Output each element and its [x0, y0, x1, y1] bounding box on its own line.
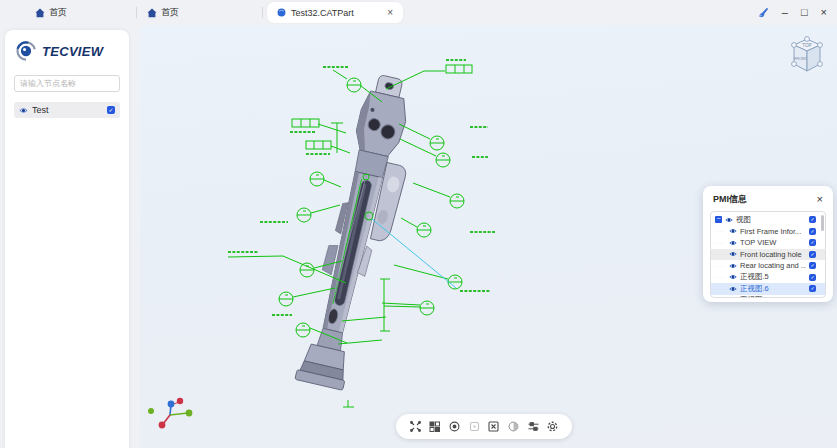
home-icon [35, 8, 45, 18]
axis-z-ball [168, 401, 175, 408]
node-label: Test [32, 105, 49, 115]
viewcube-front-label[interactable]: FRONT [794, 57, 808, 61]
document-tab-label: Test32.CATPart [291, 8, 380, 18]
view-cube[interactable]: TOP FRONT [782, 30, 832, 84]
viewcube-top-label[interactable]: TOP [802, 43, 811, 48]
pmi-checkbox[interactable]: ✓ [809, 216, 816, 223]
home-tab[interactable]: 首页 [147, 0, 179, 25]
document-tab[interactable]: Test32.CATPart × [267, 2, 403, 23]
tree-node-test[interactable]: Test ✓ [14, 102, 120, 118]
viewport-3d[interactable]: TOP FRONT [140, 25, 837, 448]
focus-icon[interactable] [447, 420, 461, 434]
axis-y-ball [159, 422, 166, 429]
collapse-toggle-icon[interactable]: − [715, 216, 722, 223]
pmi-item-row-selected[interactable]: ······· 正视图.6 ✓ [711, 283, 825, 295]
view-eye-icon [729, 273, 737, 281]
titlebar-separator [262, 7, 263, 18]
tab-close-icon[interactable]: × [385, 7, 395, 18]
maximize-button[interactable]: □ [801, 0, 808, 25]
node-search-input[interactable] [14, 75, 120, 92]
titlebar-separator [136, 7, 137, 18]
view-eye-icon [729, 285, 737, 293]
settings-gear-icon[interactable] [546, 420, 560, 434]
fit-view-icon[interactable] [408, 420, 422, 434]
theme-brush-icon[interactable] [758, 7, 769, 18]
view-eye-icon [729, 296, 737, 298]
part-file-icon [277, 8, 286, 17]
pmi-checkbox[interactable]: ✓ [809, 262, 816, 269]
pmi-item-row[interactable]: ······· First Frame Infor... ✓ [711, 226, 825, 238]
logo-text: TECVIEW [42, 44, 103, 59]
pmi-tree: − 视图 ✓ ······· First Frame Infor... ✓ ··… [710, 211, 826, 298]
axis-triad [144, 392, 196, 436]
node-checkbox[interactable]: ✓ [107, 106, 115, 114]
fit-screen-icon[interactable] [487, 420, 501, 434]
quad-view-icon[interactable] [428, 420, 442, 434]
view-eye-icon [729, 250, 737, 258]
tree-scrollbar[interactable] [821, 215, 824, 294]
view-eye-icon [725, 216, 733, 224]
titlebar: 首页 首页 Test32.CATPart × – □ × [0, 0, 837, 25]
pmi-item-row[interactable]: ······· Rear locating and ... ✓ [711, 260, 825, 272]
pmi-checkbox[interactable]: ✓ [809, 228, 816, 235]
display-settings-icon[interactable] [526, 420, 540, 434]
pmi-checkbox[interactable]: ✓ [809, 274, 816, 281]
pmi-root-label: 视图 [736, 215, 806, 225]
pmi-checkbox[interactable]: ✓ [809, 297, 816, 298]
tecview-logo-icon [15, 40, 37, 62]
close-button[interactable]: × [821, 0, 827, 25]
pmi-item-row[interactable]: ······· 正视图.7 ✓ [711, 295, 825, 299]
home-icon [147, 8, 157, 18]
sidebar: TECVIEW Test ✓ [5, 30, 129, 448]
home-tab-label: 首页 [161, 6, 179, 19]
pmi-panel: PMI信息 × − 视图 ✓ ······· First Frame Infor… [703, 186, 833, 302]
pmi-checkbox[interactable]: ✓ [809, 239, 816, 246]
axis-x-ball [186, 410, 193, 417]
logo: TECVIEW [5, 30, 129, 62]
contrast-icon[interactable] [507, 420, 521, 434]
pmi-checkbox[interactable]: ✓ [809, 285, 816, 292]
pmi-root-row[interactable]: − 视图 ✓ [711, 214, 825, 226]
view-eye-icon [729, 262, 737, 270]
minimize-button[interactable]: – [782, 0, 788, 25]
pmi-item-row[interactable]: ······· Front locating hole ✓ [711, 249, 825, 261]
bounding-box-icon[interactable] [467, 420, 481, 434]
part-model[interactable] [295, 71, 427, 393]
pmi-checkbox[interactable]: ✓ [809, 251, 816, 258]
pmi-panel-title: PMI信息 [713, 193, 747, 206]
pmi-item-row[interactable]: ······· 正视图.5 ✓ [711, 272, 825, 284]
home-label: 首页 [49, 6, 67, 19]
pmi-close-icon[interactable]: × [817, 195, 823, 204]
pmi-item-row[interactable]: ······· TOP VIEW ✓ [711, 237, 825, 249]
view-eye-icon [729, 239, 737, 247]
view-eye-icon [729, 227, 737, 235]
window-controls: – □ × [758, 0, 827, 25]
viewer-toolbar [396, 414, 572, 439]
node-eye-icon [19, 106, 28, 115]
home-nav-left[interactable]: 首页 [35, 0, 67, 25]
